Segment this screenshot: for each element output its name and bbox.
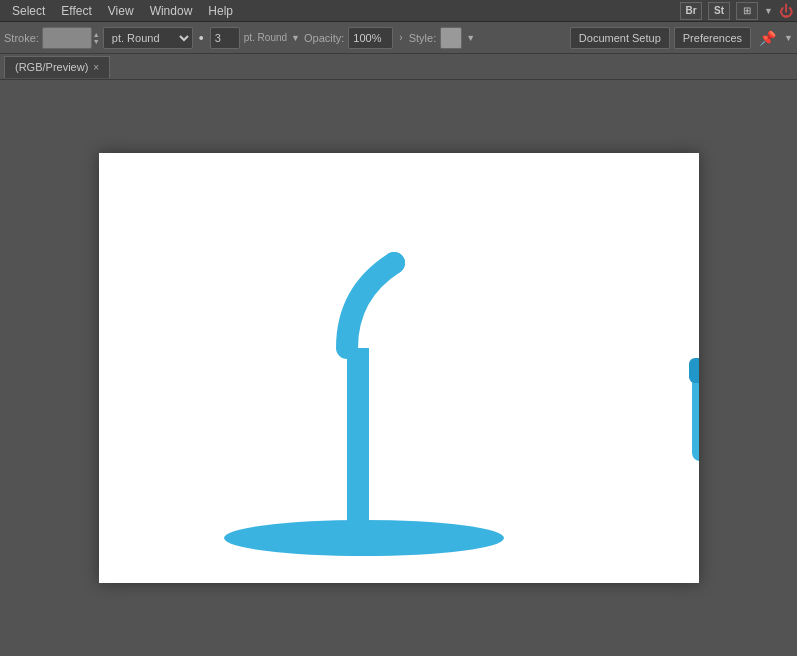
stock-icon[interactable]: St xyxy=(708,2,730,20)
menu-view[interactable]: View xyxy=(100,2,142,20)
stroke-color-swatch[interactable] xyxy=(42,27,92,49)
pt-dropdown-arrow[interactable]: ▼ xyxy=(291,33,300,43)
power-icon[interactable]: ⏻ xyxy=(779,3,793,19)
document-setup-button[interactable]: Document Setup xyxy=(570,27,670,49)
toolbar: Stroke: ▲ ▼ pt. Round • pt. Round ▼ Opac… xyxy=(0,22,797,54)
pin-icon[interactable]: 📌 xyxy=(755,30,780,46)
canvas-area xyxy=(0,80,797,656)
style-dropdown-arrow[interactable]: ▼ xyxy=(466,33,475,43)
illustration xyxy=(99,153,699,583)
opacity-arrow[interactable]: › xyxy=(397,32,404,43)
svg-rect-3 xyxy=(692,371,699,461)
preferences-button[interactable]: Preferences xyxy=(674,27,751,49)
menu-help[interactable]: Help xyxy=(200,2,241,20)
bridge-icon[interactable]: Br xyxy=(680,2,702,20)
pt-input-group: pt. Round ▼ xyxy=(210,27,300,49)
svg-point-2 xyxy=(383,252,405,274)
opacity-label: Opacity: xyxy=(304,32,344,44)
style-swatch[interactable] xyxy=(440,27,462,49)
pin-dropdown-arrow[interactable]: ▼ xyxy=(784,33,793,43)
tab-bar: (RGB/Preview) × xyxy=(0,54,797,80)
menu-window[interactable]: Window xyxy=(142,2,201,20)
tab-rgb-preview[interactable]: (RGB/Preview) × xyxy=(4,56,110,78)
svg-rect-1 xyxy=(347,348,369,540)
tab-label: (RGB/Preview) xyxy=(15,61,88,73)
stroke-unit-select[interactable]: pt. Round xyxy=(103,27,193,49)
style-label: Style: xyxy=(409,32,437,44)
menu-bar: Select Effect View Window Help Br St ⊞ ▼… xyxy=(0,0,797,22)
menu-select[interactable]: Select xyxy=(4,2,53,20)
dot-separator: • xyxy=(197,30,206,46)
opacity-input[interactable] xyxy=(348,27,393,49)
pt-input[interactable] xyxy=(210,27,240,49)
svg-rect-4 xyxy=(689,358,699,383)
pt-unit-label: pt. Round xyxy=(242,32,289,43)
dropdown-arrow-icon[interactable]: ▼ xyxy=(764,6,773,16)
stroke-label: Stroke: xyxy=(4,32,39,44)
stroke-section: Stroke: ▲ ▼ pt. Round xyxy=(4,27,193,49)
artboard xyxy=(99,153,699,583)
menu-effect[interactable]: Effect xyxy=(53,2,99,20)
workspace-icon[interactable]: ⊞ xyxy=(736,2,758,20)
stroke-spinners[interactable]: ▲ ▼ xyxy=(93,31,100,45)
tab-close-button[interactable]: × xyxy=(93,62,99,73)
